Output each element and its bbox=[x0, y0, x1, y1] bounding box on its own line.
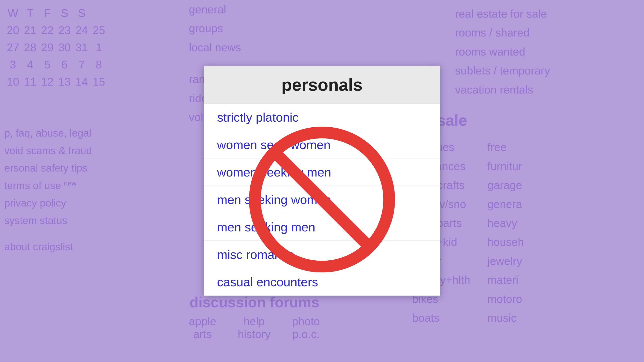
modal-header: personals bbox=[204, 66, 440, 104]
forsale-title: for sale bbox=[412, 107, 640, 133]
rooms-wanted-text: rooms wanted bbox=[455, 42, 640, 61]
rooms-shared-text: rooms / shared bbox=[455, 23, 640, 42]
free-text: free bbox=[487, 138, 524, 157]
background-left-links: p, faq, abuse, legal void scams & fraud … bbox=[4, 124, 92, 255]
background-calendar: WTFSS 202122232425 27282930311 345678 10… bbox=[0, 0, 112, 95]
modal-title: personals bbox=[217, 75, 427, 95]
men-seeking-men-link[interactable]: men seeking men bbox=[204, 213, 440, 241]
background-forums: discussion forums apple arts help histor… bbox=[189, 294, 320, 341]
forums-col2: help history bbox=[238, 315, 270, 341]
men-seeking-women-link[interactable]: men seeking women bbox=[204, 186, 440, 213]
background-housing: real estate for sale rooms / shared room… bbox=[451, 0, 644, 103]
strictly-platonic-link[interactable]: strictly platonic bbox=[204, 104, 440, 131]
forums-title: discussion forums bbox=[189, 294, 320, 311]
local-news-text: local news bbox=[189, 38, 254, 57]
background-forsale: for sale antiques appliances arts+crafts… bbox=[408, 103, 644, 332]
modal-body: strictly platonic women seek women women… bbox=[204, 104, 440, 296]
forums-col3: photo p.o.c. bbox=[292, 315, 320, 341]
forums-col1: apple arts bbox=[189, 315, 216, 341]
forsale-col2: free furnitur garage genera heavy househ… bbox=[487, 138, 524, 327]
heavy-text: heavy bbox=[487, 214, 524, 233]
women-seek-women-link[interactable]: women seek women bbox=[204, 131, 440, 158]
misc-romance-link[interactable]: misc romance bbox=[204, 241, 440, 268]
boats-text: boats bbox=[412, 308, 470, 327]
casual-encounters-link[interactable]: casual encounters bbox=[204, 268, 440, 296]
personals-modal: personals strictly platonic women seek w… bbox=[204, 66, 440, 296]
women-seeking-men-link[interactable]: women seeking men bbox=[204, 158, 440, 186]
